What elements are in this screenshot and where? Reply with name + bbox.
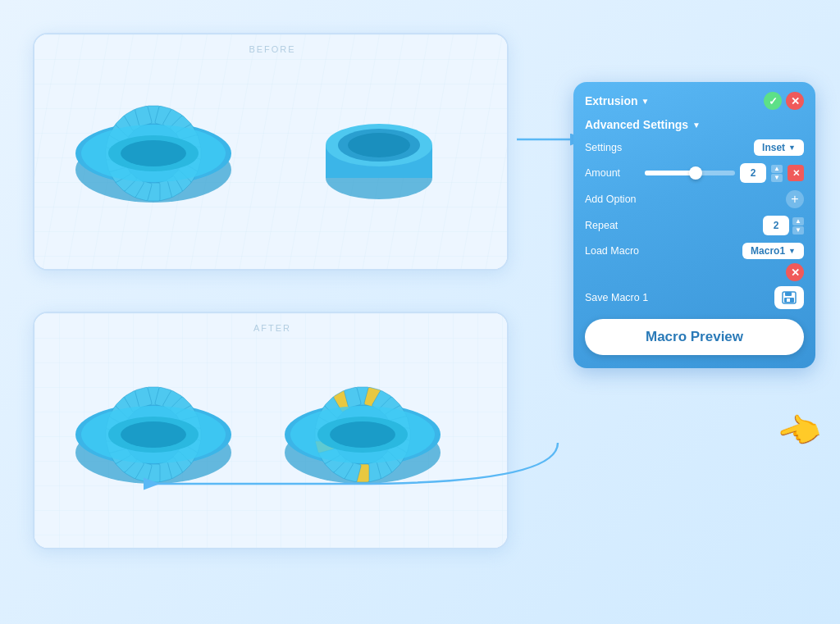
load-macro-label: Load Macro: [585, 245, 639, 257]
panel-controls: ✓ ✕: [764, 92, 804, 110]
settings-row: Settings Inset ▼: [585, 139, 804, 156]
svg-text:BEFORE: BEFORE: [249, 44, 295, 54]
panel-header: Extrusion ▼ ✓ ✕: [585, 92, 804, 110]
repeat-label: Repeat: [585, 220, 618, 231]
save-macro-label: Save Macro 1: [585, 292, 648, 303]
save-macro-row: Save Macro 1: [585, 286, 804, 309]
amount-decrement[interactable]: ▼: [771, 174, 783, 182]
confirm-button[interactable]: ✓: [764, 92, 782, 110]
amount-slider[interactable]: [645, 171, 735, 175]
close-button[interactable]: ✕: [786, 92, 804, 110]
save-icon: [782, 291, 797, 304]
inset-dropdown[interactable]: Inset ▼: [754, 139, 804, 156]
top-grid-canvas: BEFORE: [34, 34, 507, 269]
repeat-row: Repeat 2 ▲ ▼: [585, 216, 804, 235]
slider-fill: [645, 171, 695, 175]
panel-title-text: Extrusion: [585, 94, 638, 107]
repeat-control: 2 ▲ ▼: [763, 216, 804, 235]
add-option-row: Add Option +: [585, 190, 804, 208]
macro1-dropdown[interactable]: Macro1 ▼: [742, 243, 804, 259]
settings-label: Settings: [585, 142, 622, 153]
macro1-text: Macro1: [751, 245, 785, 257]
repeat-spinbox: ▲ ▼: [792, 217, 804, 235]
repeat-input[interactable]: 2: [763, 216, 789, 235]
top-preview-panel: BEFORE: [33, 33, 509, 271]
macro-preview-button[interactable]: Macro Preview: [585, 319, 804, 355]
add-option-label: Add Option: [585, 194, 637, 205]
amount-spinbox: ▲ ▼: [771, 165, 783, 182]
macro-dropdown-chevron: ▼: [788, 247, 796, 255]
bottom-preview-panel: AFTER: [33, 312, 509, 549]
load-macro-row: Load Macro Macro1 ▼: [585, 243, 804, 259]
hand-cursor-icon: 👈: [771, 406, 825, 458]
amount-slider-container: 2 ▲ ▼ ✕: [620, 163, 804, 183]
slider-thumb: [689, 166, 702, 180]
extrusion-dropdown-icon: ▼: [641, 97, 650, 106]
bottom-grid-canvas: AFTER: [34, 313, 507, 548]
repeat-increment[interactable]: ▲: [792, 217, 804, 225]
dropdown-chevron-icon: ▼: [788, 143, 796, 152]
repeat-decrement[interactable]: ▼: [792, 226, 804, 235]
svg-text:AFTER: AFTER: [253, 323, 291, 333]
bottom-arrow-svg: [148, 435, 599, 500]
settings-panel: Extrusion ▼ ✓ ✕ Advanced Settings ▼ Sett…: [573, 82, 815, 368]
panel-title: Extrusion ▼: [585, 94, 649, 107]
amount-label: Amount: [585, 167, 620, 179]
svg-point-32: [121, 140, 186, 166]
add-option-button[interactable]: +: [786, 190, 804, 208]
svg-rect-104: [785, 292, 792, 296]
section-title-text: Advanced Settings: [585, 118, 688, 131]
svg-rect-106: [787, 298, 790, 302]
svg-point-37: [348, 133, 410, 157]
amount-row: Amount 2 ▲ ▼ ✕: [585, 163, 804, 183]
section-dropdown-icon: ▼: [692, 121, 701, 130]
save-macro-button[interactable]: [774, 286, 804, 309]
amount-input[interactable]: 2: [740, 163, 766, 183]
cancel-macro-button[interactable]: ✕: [786, 263, 804, 281]
bottom-scene-svg: AFTER: [34, 313, 509, 549]
section-title: Advanced Settings ▼: [585, 118, 804, 131]
amount-clear-button[interactable]: ✕: [788, 165, 804, 181]
inset-dropdown-text: Inset: [762, 142, 785, 153]
top-scene-svg: BEFORE: [34, 34, 509, 271]
amount-increment[interactable]: ▲: [771, 165, 783, 173]
